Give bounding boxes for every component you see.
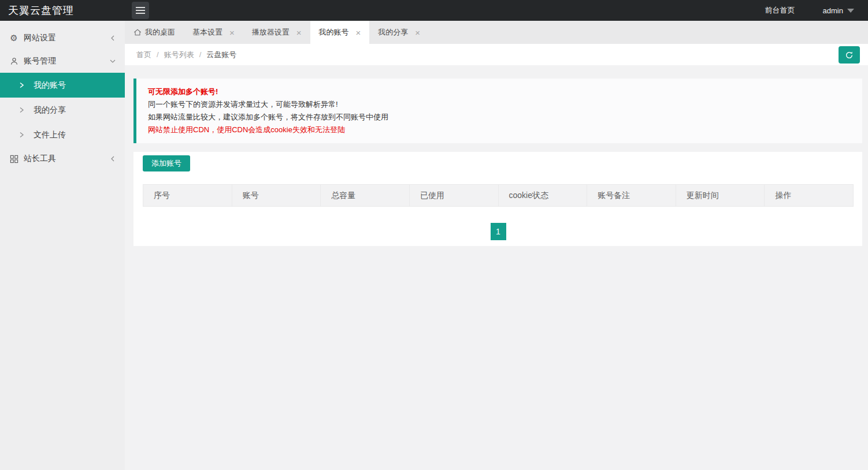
sidebar-item-label: 账号管理: [24, 56, 56, 66]
sidebar-item-label: 站长工具: [24, 154, 56, 164]
arrow-right-icon: [19, 132, 24, 138]
notice-box: 可无限添加多个账号! 同一个账号下的资源并发请求量过大，可能导致解析异常! 如果…: [133, 79, 862, 143]
content-area: 我的桌面 基本设置 × 播放器设置 × 我的账号 × 我的分享 × 首页 /: [125, 21, 868, 470]
tab-label: 播放器设置: [252, 27, 290, 38]
breadcrumb-bar: 首页 / 账号列表 / 云盘账号: [125, 44, 868, 65]
gear-icon: ⚙: [9, 33, 18, 43]
hamburger-menu-button[interactable]: [132, 2, 149, 19]
arrow-right-icon: [19, 107, 24, 113]
username-label: admin: [823, 6, 843, 15]
tab-my-shares[interactable]: 我的分享 ×: [369, 21, 429, 44]
sidebar-item-site-settings[interactable]: ⚙ 网站设置: [0, 27, 125, 50]
tab-player-settings[interactable]: 播放器设置 ×: [243, 21, 310, 44]
notice-line: 可无限添加多个账号!: [148, 85, 851, 98]
close-icon[interactable]: ×: [229, 28, 235, 37]
sidebar-subitem-file-upload[interactable]: 文件上传: [0, 122, 125, 147]
tab-my-desktop[interactable]: 我的桌面: [125, 21, 184, 44]
sidebar-item-label: 网站设置: [24, 33, 56, 43]
notice-line: 同一个账号下的资源并发请求量过大，可能导致解析异常!: [148, 98, 851, 111]
sidebar-subitem-label: 我的分享: [34, 105, 66, 115]
sidebar: ⚙ 网站设置 账号管理 我的账号 我的分享: [0, 21, 125, 470]
refresh-icon: [845, 51, 854, 59]
sidebar-subitem-label: 文件上传: [34, 130, 66, 140]
user-icon: [9, 57, 18, 66]
col-account: 账号: [232, 185, 321, 207]
caret-down-icon: [847, 9, 854, 13]
sidebar-item-account-management[interactable]: 账号管理: [0, 50, 125, 73]
page-1-button[interactable]: 1: [491, 223, 506, 240]
tab-label: 基本设置: [192, 27, 222, 38]
sidebar-subitem-my-shares[interactable]: 我的分享: [0, 98, 125, 122]
col-account-note: 账号备注: [587, 185, 676, 207]
col-cookie-status: cookie状态: [498, 185, 587, 207]
tab-label: 我的账号: [319, 27, 349, 38]
grid-icon: [9, 154, 18, 163]
breadcrumb-separator: /: [157, 50, 159, 59]
topbar-right: 前台首页 admin: [765, 5, 868, 16]
app-title: 天翼云盘管理: [0, 3, 125, 17]
arrow-right-icon: [19, 82, 24, 88]
chevron-down-icon: [110, 58, 116, 64]
notice-line: 网站禁止使用CDN，使用CDN会造成cookie失效和无法登陆: [148, 124, 851, 136]
refresh-button[interactable]: [839, 46, 860, 64]
col-total-capacity: 总容量: [321, 185, 410, 207]
col-actions: 操作: [765, 185, 854, 207]
breadcrumb-home[interactable]: 首页: [136, 50, 151, 60]
accounts-table: 序号 账号 总容量 已使用 cookie状态 账号备注 更新时间 操作: [143, 184, 854, 207]
close-icon[interactable]: ×: [415, 28, 420, 37]
topbar: 天翼云盘管理 前台首页 admin: [0, 0, 868, 21]
notice-line: 如果网站流量比较大，建议添加多个账号，将文件存放到不同账号中使用: [148, 111, 851, 124]
breadcrumb-current: 云盘账号: [206, 50, 236, 60]
col-update-time: 更新时间: [676, 185, 765, 207]
frontpage-link[interactable]: 前台首页: [765, 5, 795, 16]
tab-basic-settings[interactable]: 基本设置 ×: [184, 21, 243, 44]
tab-label: 我的桌面: [145, 27, 175, 38]
sidebar-subitem-my-account[interactable]: 我的账号: [0, 73, 125, 98]
close-icon[interactable]: ×: [356, 28, 361, 37]
col-used: 已使用: [409, 185, 498, 207]
chevron-left-icon: [110, 35, 116, 41]
table-header-row: 序号 账号 总容量 已使用 cookie状态 账号备注 更新时间 操作: [143, 185, 854, 207]
hamburger-icon: [136, 7, 145, 8]
user-menu[interactable]: admin: [823, 6, 854, 15]
sidebar-subitem-label: 我的账号: [34, 80, 66, 91]
home-icon: [133, 28, 142, 36]
sidebar-item-webmaster-tools[interactable]: 站长工具: [0, 147, 125, 170]
page-body: 可无限添加多个账号! 同一个账号下的资源并发请求量过大，可能导致解析异常! 如果…: [125, 65, 868, 470]
col-index: 序号: [143, 185, 232, 207]
breadcrumb-account-list[interactable]: 账号列表: [164, 50, 194, 60]
tab-my-account[interactable]: 我的账号 ×: [310, 21, 370, 44]
breadcrumb-separator: /: [199, 50, 202, 59]
add-account-button[interactable]: 添加账号: [143, 155, 190, 171]
tab-bar: 我的桌面 基本设置 × 播放器设置 × 我的账号 × 我的分享 ×: [125, 21, 868, 44]
chevron-left-icon: [110, 156, 116, 162]
close-icon[interactable]: ×: [296, 28, 302, 37]
tab-label: 我的分享: [378, 27, 408, 38]
accounts-panel: 添加账号 序号 账号 总容量 已使用 cookie状态 账号备注 更新时间 操作: [133, 152, 862, 246]
pagination: 1: [143, 223, 854, 240]
